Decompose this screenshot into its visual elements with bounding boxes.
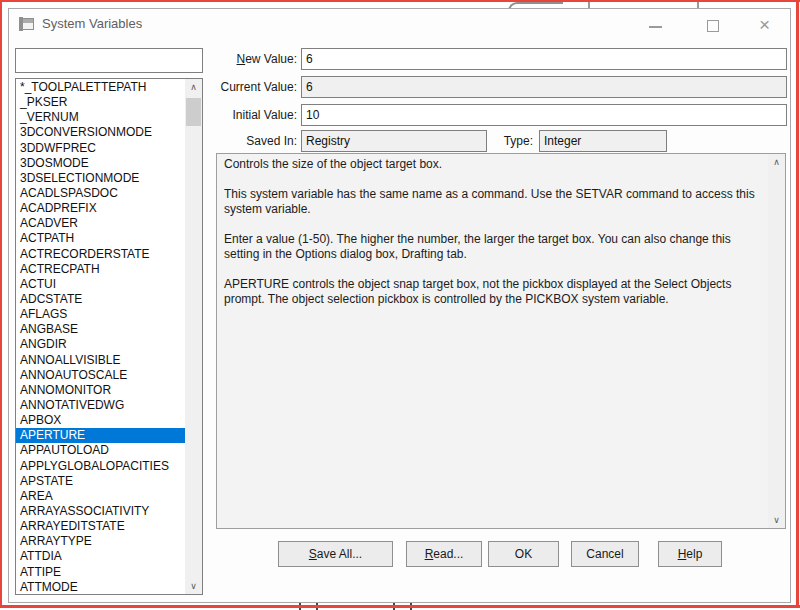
list-item[interactable]: ANNOALLVISIBLE (16, 353, 185, 368)
title-bar[interactable]: System Variables × (9, 9, 790, 40)
description-box: Controls the size of the object target b… (216, 153, 786, 529)
scroll-down-icon[interactable]: ∨ (185, 578, 202, 594)
initial-value-label: Initial Value: (189, 108, 297, 122)
type-field (539, 130, 667, 152)
new-value-label: New Value: (189, 52, 297, 66)
variable-list-items: *_TOOLPALETTEPATH_PKSER_VERNUM3DCONVERSI… (16, 80, 185, 594)
list-item[interactable]: AREA (16, 489, 185, 504)
description-paragraph: Enter a value (1-50). The higher the num… (224, 232, 762, 262)
saved-in-field (301, 130, 487, 152)
ok-button[interactable]: OK (488, 541, 559, 567)
list-item[interactable]: ANGBASE (16, 322, 185, 337)
list-item[interactable]: *_TOOLPALETTEPATH (16, 80, 185, 95)
list-item[interactable]: ACADVER (16, 216, 185, 231)
list-item[interactable]: ACTPATH (16, 231, 185, 246)
list-item[interactable]: ANNOAUTOSCALE (16, 368, 185, 383)
list-item[interactable]: 3DCONVERSIONMODE (16, 125, 185, 140)
type-label: Type: (461, 134, 533, 148)
list-item[interactable]: APSTATE (16, 474, 185, 489)
list-item[interactable]: APPAUTOLOAD (16, 443, 185, 458)
close-button[interactable]: × (752, 13, 784, 37)
list-item[interactable]: ACADLSPASDOC (16, 186, 185, 201)
description-scrollbar[interactable]: ∧ ∨ (768, 154, 785, 528)
capture-border-right (796, 0, 799, 607)
current-value-label: Current Value: (189, 80, 297, 94)
list-item[interactable]: _PKSER (16, 95, 185, 110)
list-item[interactable]: ATTDIA (16, 549, 185, 564)
list-item[interactable]: ACTRECPATH (16, 262, 185, 277)
minimize-icon (649, 26, 662, 28)
capture-border-top (0, 0, 800, 2)
list-item[interactable]: ATTMODE (16, 580, 185, 594)
description-paragraph: APERTURE controls the object snap target… (224, 277, 762, 307)
list-item[interactable]: ARRAYTYPE (16, 534, 185, 549)
maximize-icon (707, 20, 719, 32)
list-item[interactable]: 3DOSMODE (16, 156, 185, 171)
list-item[interactable]: ARRAYASSOCIATIVITY (16, 504, 185, 519)
list-item[interactable]: ARRAYEDITSTATE (16, 519, 185, 534)
save-all-button[interactable]: Save All... (278, 541, 393, 567)
maximize-button[interactable] (697, 13, 729, 37)
description-text: Controls the size of the object target b… (217, 154, 768, 528)
scroll-down-icon[interactable]: ∨ (768, 512, 785, 528)
list-item[interactable]: ADCSTATE (16, 292, 185, 307)
saved-in-label: Saved In: (189, 134, 297, 148)
new-value-input[interactable] (301, 48, 787, 70)
variable-list[interactable]: *_TOOLPALETTEPATH_PKSER_VERNUM3DCONVERSI… (15, 78, 203, 595)
minimize-button[interactable] (639, 13, 671, 37)
list-item[interactable]: ANGDIR (16, 337, 185, 352)
list-item[interactable]: ACTRECORDERSTATE (16, 247, 185, 262)
list-item[interactable]: ACTUI (16, 277, 185, 292)
dialog-title: System Variables (42, 16, 142, 31)
system-variables-dialog: System Variables × *_TOOLPALETTEPATH_PKS… (8, 8, 791, 603)
list-item[interactable]: APERTURE (16, 428, 185, 443)
capture-border-left (0, 0, 2, 607)
list-item[interactable]: ANNOMONITOR (16, 383, 185, 398)
list-item[interactable]: ATTIPE (16, 565, 185, 580)
capture-border-bottom (0, 605, 800, 608)
list-item[interactable]: APBOX (16, 413, 185, 428)
description-paragraph: This system variable has the same name a… (224, 187, 762, 217)
description-paragraph: Controls the size of the object target b… (224, 157, 762, 172)
list-item[interactable]: _VERNUM (16, 110, 185, 125)
list-item[interactable]: AFLAGS (16, 307, 185, 322)
initial-value-field (301, 104, 787, 126)
list-item[interactable]: 3DDWFPREC (16, 141, 185, 156)
cancel-button[interactable]: Cancel (571, 541, 639, 567)
window-icon (19, 17, 35, 31)
help-button[interactable]: Help (658, 541, 722, 567)
list-scrollbar[interactable]: ∧ ∨ (185, 79, 202, 594)
list-item[interactable]: ANNOTATIVEDWG (16, 398, 185, 413)
read-button[interactable]: Read... (406, 541, 482, 567)
current-value-field (301, 76, 787, 98)
list-item[interactable]: ACADPREFIX (16, 201, 185, 216)
scroll-up-icon[interactable]: ∧ (768, 154, 785, 170)
variable-filter-input[interactable] (15, 48, 203, 73)
list-item[interactable]: 3DSELECTIONMODE (16, 171, 185, 186)
close-icon: × (759, 14, 770, 36)
list-item[interactable]: APPLYGLOBALOPACITIES (16, 459, 185, 474)
